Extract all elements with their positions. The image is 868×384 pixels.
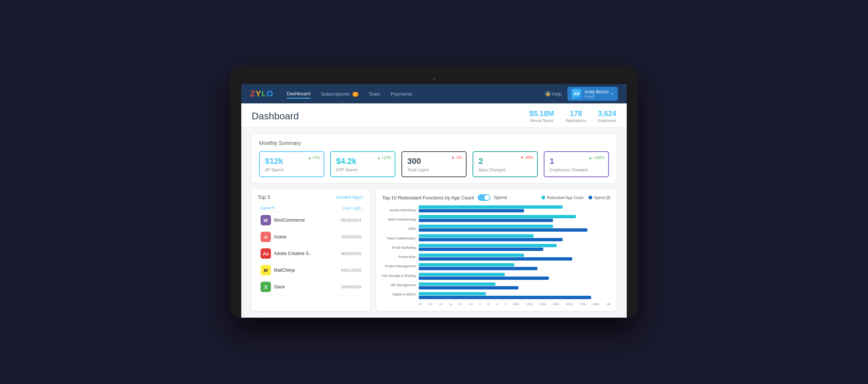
teal-bar-7 (419, 273, 505, 276)
top5-title: Top 5 (258, 194, 270, 200)
label-project: Project Management (382, 262, 416, 270)
user-menu[interactable]: AB Andy Benzo Klowd ▾ (567, 87, 618, 101)
logins-change: ▼ -2% (451, 156, 462, 160)
teal-bar-6 (419, 263, 515, 267)
teal-bar-1 (419, 215, 576, 218)
blue-bar-4 (419, 248, 543, 251)
metric-total-logins: ▼ -2% 300 Total Logins (401, 151, 467, 177)
name-header: Name ▾ (261, 205, 275, 210)
app-info-adobe: Ae Adobe Creative S.. (261, 248, 311, 259)
teal-bar-8 (419, 282, 496, 286)
label-productivity: Productivity (382, 253, 416, 261)
laptop-screen: ZYLO Dashboard Subscriptions 2 Team Paym… (241, 84, 627, 318)
metric-employees-changed: ▲ +100% 1 Employees Changed (544, 151, 609, 177)
spend-dot (589, 196, 592, 199)
chart-title: Top 10 Redundant Functions by App Count (382, 195, 474, 201)
x-axis-container: 20 18 16 14 12 10 8 6 4 (419, 300, 610, 306)
user-company: Klowd (584, 95, 609, 99)
last-login-header: Last Login (342, 205, 361, 210)
nav-bar: ZYLO Dashboard Subscriptions 2 Team Paym… (241, 84, 627, 103)
label-web-conf: Web Conferencing (382, 215, 416, 224)
bar-pair-1 (419, 215, 610, 223)
metric-ap-spend: ▲ +7% $12k AP Spend (259, 151, 324, 177)
redundant-dot (541, 196, 545, 199)
table-row: W WooCommerce 05/16/2014 (258, 212, 364, 229)
adobe-icon: Ae (261, 248, 271, 259)
laptop-camera (433, 77, 435, 80)
label-email: Email Marketing (382, 244, 416, 252)
unused-apps-link[interactable]: Unused Apps › (336, 195, 364, 200)
apps-changed-change: ▼ -40% (520, 156, 533, 160)
teal-bar-4 (419, 244, 557, 247)
teal-bar-5 (419, 254, 524, 257)
arrow-up-icon: ▲ (308, 156, 312, 160)
chart-bars-container: 20 18 16 14 12 10 8 6 4 (419, 205, 610, 306)
employees-change: ▲ +100% (589, 156, 604, 160)
help-button[interactable]: 🔔 Help (545, 91, 562, 97)
laptop-frame: ZYLO Dashboard Subscriptions 2 Team Paym… (230, 66, 638, 318)
logo[interactable]: ZYLO (250, 89, 274, 99)
logo-z: Z (250, 89, 255, 98)
nav-team[interactable]: Team (369, 90, 381, 98)
chart-legend: Redundant App Count Spend ($) (541, 196, 610, 200)
bar-pair-4 (419, 244, 610, 252)
table-header: Name ▾ Last Login (258, 204, 364, 212)
blue-bar-3 (419, 238, 563, 241)
chart-bars (419, 205, 610, 300)
blue-bar-9 (419, 296, 592, 299)
x-labels-right: 50k 150k 300k 450k 600k 750k 900k 1M (514, 302, 610, 306)
bar-chart: Social Advertising Web Conferencing CRM … (382, 205, 610, 306)
stat-applications: 178 Applications (566, 109, 586, 123)
arrow-up-icon-2: ▲ (377, 156, 381, 160)
chevron-right-icon: › (363, 195, 364, 200)
chevron-down-icon: ▾ (612, 92, 613, 96)
spend-toggle-label: Spend (494, 195, 507, 200)
bar-pair-0 (419, 205, 610, 213)
teal-bar-3 (419, 234, 534, 238)
main-content: Monthly Summary ▲ +7% $12k AP Spend ▲ (241, 128, 627, 318)
page-title: Dashboard (252, 110, 529, 122)
user-avatar: AB (572, 89, 582, 99)
stat-annual-spend: $5.18M Annual Spend (529, 109, 554, 123)
blue-bar-2 (419, 228, 587, 232)
blue-bar-6 (419, 267, 538, 270)
top5-header: Top 5 Unused Apps › (258, 194, 364, 200)
teal-bar-0 (419, 205, 563, 209)
spend-toggle[interactable] (478, 194, 490, 201)
blue-bar-8 (419, 286, 519, 289)
x-axis-left: 20 18 16 14 12 10 8 6 4 (419, 302, 515, 306)
table-row: A Asana 10/10/2015 (258, 229, 364, 245)
bar-pair-9 (419, 292, 610, 300)
label-digital: Digital Analytics (382, 290, 416, 298)
table-row: M MailChimp 04/21/2016 (258, 262, 364, 279)
slack-icon: S (261, 282, 271, 292)
x-axis-right: 50k 150k 300k 450k 600k 750k 900k 1M (514, 302, 610, 306)
legend-redundant: Redundant App Count (541, 196, 583, 200)
app-info-mailchimp: M MailChimp (261, 265, 295, 275)
label-social: Social Advertising (382, 206, 416, 214)
legend-spend: Spend ($) (589, 196, 610, 200)
app-info-asana: A Asana (261, 232, 286, 242)
monthly-summary-card: Monthly Summary ▲ +7% $12k AP Spend ▲ (252, 134, 616, 183)
arrow-down-icon-2: ▼ (520, 156, 524, 160)
label-file: File Storage & Sharing (382, 272, 416, 280)
chart-card: Top 10 Redundant Functions by App Count … (376, 189, 616, 311)
bar-pair-6 (419, 263, 610, 271)
stat-employees: 3,624 Employees (598, 109, 616, 123)
bar-pair-8 (419, 282, 610, 291)
logo-y: Y (255, 89, 261, 98)
app-info-slack: S Slack (261, 282, 285, 292)
table-row: Ae Adobe Creative S.. 06/03/2015 (258, 245, 364, 262)
logo-o: O (267, 89, 274, 98)
logo-l: L (261, 89, 266, 98)
nav-subscriptions[interactable]: Subscriptions 2 (321, 90, 358, 98)
metric-exp-spend: ▲ +12% $4.2k EXP Spend (330, 151, 395, 177)
table-row: S Slack 10/09/2016 (258, 279, 364, 295)
teal-bar-9 (419, 292, 486, 295)
bell-icon: 🔔 (545, 91, 550, 96)
arrow-up-icon-3: ▲ (589, 156, 592, 160)
subscriptions-badge: 2 (352, 92, 358, 97)
label-hr: HR Management (382, 281, 416, 289)
nav-dashboard[interactable]: Dashboard (287, 89, 311, 99)
nav-payments[interactable]: Payments (391, 90, 412, 98)
